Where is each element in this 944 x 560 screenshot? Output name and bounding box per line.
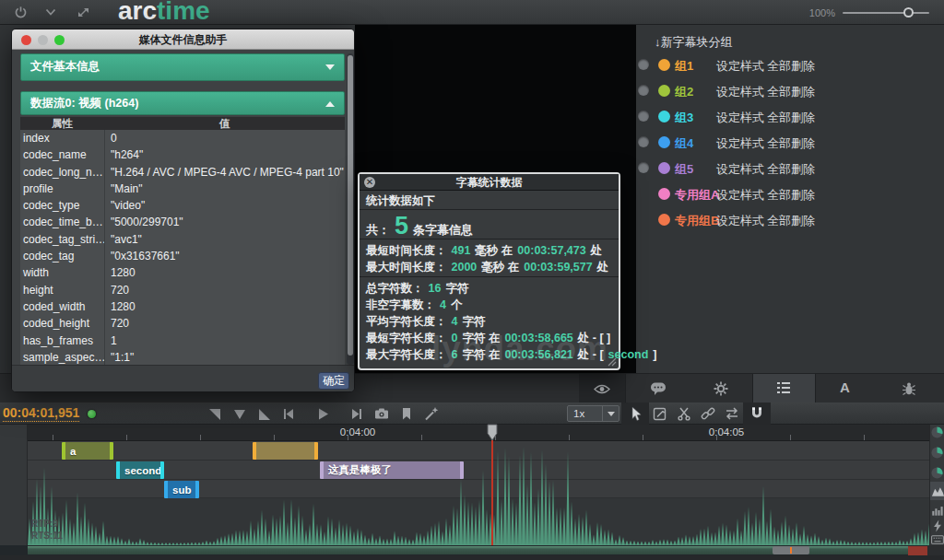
keyboard-shortcuts-button[interactable]	[931, 535, 944, 544]
track1-volume-knob[interactable]	[931, 426, 943, 438]
power-icon[interactable]	[14, 6, 28, 19]
set-style-button[interactable]: 设定样式	[716, 84, 764, 100]
set-style-button[interactable]: 设定样式	[716, 135, 764, 152]
stat-segment: 平均字符长度：	[366, 315, 447, 328]
link-icon	[701, 406, 715, 421]
property-cell: codec_long_n…	[20, 164, 104, 181]
delete-all-button[interactable]: 全部删除	[767, 161, 815, 178]
media-info-row[interactable]: codec_time_b…"5000/299701"	[20, 214, 345, 230]
media-info-row[interactable]: profile"Main"	[20, 181, 345, 197]
maximize-traffic-light[interactable]	[54, 35, 65, 45]
skip-to-end-button[interactable]	[349, 406, 364, 421]
chevron-down-icon[interactable]	[45, 8, 56, 17]
skip-to-start-button[interactable]	[281, 406, 296, 421]
stream-section-header[interactable]: 数据流0: 视频 (h264)	[20, 91, 345, 115]
dialog-scrollbar[interactable]	[347, 53, 354, 365]
group-radio-button[interactable]	[638, 136, 649, 147]
zoom-slider-handle[interactable]	[903, 7, 914, 18]
media-info-row[interactable]: codec_type"video"	[20, 197, 345, 214]
scrollbar-thumb[interactable]	[348, 55, 353, 356]
group-radio-button[interactable]	[638, 59, 649, 70]
preview-visibility-tab[interactable]	[579, 374, 625, 403]
spectrum-view-button[interactable]	[931, 504, 944, 517]
timeline-right-gutter	[929, 425, 944, 545]
magic-wand-button[interactable]	[424, 406, 439, 421]
current-timecode[interactable]: 00:04:01,951	[3, 405, 79, 422]
subtitle-block[interactable]: sub	[164, 481, 199, 498]
dialog-titlebar[interactable]: ✕ 字幕统计数据	[360, 174, 619, 191]
ok-button[interactable]: 确定	[318, 372, 349, 390]
expand-icon[interactable]	[77, 6, 90, 19]
media-info-row[interactable]: coded_height720	[20, 315, 345, 332]
subtitle-block[interactable]	[253, 442, 318, 460]
delete-all-button[interactable]: 全部删除	[767, 84, 815, 100]
group-color-dot	[658, 136, 670, 148]
triangle-down-icon	[232, 406, 247, 421]
media-info-row[interactable]: width1280	[20, 264, 345, 281]
mark-out-button[interactable]	[257, 406, 272, 421]
group-radio-button[interactable]	[638, 162, 649, 173]
quick-action-button[interactable]	[931, 519, 944, 532]
cut-tool-button[interactable]	[677, 406, 691, 421]
tab-font-style[interactable]: A	[840, 379, 850, 395]
media-info-row[interactable]: codec_tag"0x31637661"	[20, 248, 345, 264]
media-info-row[interactable]: height720	[20, 282, 345, 298]
tab-debug[interactable]	[902, 381, 916, 396]
group-radio-button[interactable]	[638, 85, 649, 96]
media-info-row[interactable]: has_b_frames1	[20, 332, 345, 349]
drop-subtitle-button[interactable]	[232, 406, 247, 421]
close-icon[interactable]: ✕	[364, 177, 375, 188]
media-info-row[interactable]: codec_name"h264"	[20, 146, 345, 163]
media-info-table[interactable]: index0codec_name"h264"codec_long_n…"H.26…	[20, 130, 345, 365]
mark-in-button[interactable]	[207, 406, 222, 421]
bookmark-button[interactable]	[399, 406, 414, 421]
timeline-scrollbar[interactable]	[0, 545, 944, 555]
swap-tool-button[interactable]	[725, 406, 739, 421]
delete-all-button[interactable]: 全部删除	[767, 58, 815, 75]
timeline-left-gutter	[0, 425, 28, 560]
set-style-button[interactable]: 设定样式	[716, 161, 764, 178]
track2-volume-knob[interactable]	[931, 447, 943, 459]
minimize-traffic-light[interactable]	[38, 35, 48, 45]
mountain-icon	[931, 484, 944, 497]
link-tool-button[interactable]	[701, 406, 715, 421]
property-cell: coded_width	[20, 298, 104, 315]
group-radio-button[interactable]	[638, 111, 649, 122]
delete-all-button[interactable]: 全部删除	[767, 110, 815, 126]
dialog-titlebar[interactable]: 媒体文件信息助手	[12, 29, 354, 50]
tab-settings[interactable]	[714, 381, 728, 396]
play-button[interactable]	[315, 406, 330, 421]
media-info-row[interactable]: codec_tag_stri…"avc1"	[20, 231, 345, 248]
playback-speed-dropdown[interactable]: 1x	[567, 405, 620, 422]
media-info-row[interactable]: coded_width1280	[20, 298, 345, 315]
magnet-snap-button[interactable]	[743, 402, 771, 425]
zoom-slider[interactable]	[843, 12, 929, 14]
set-style-button[interactable]: 设定样式	[716, 213, 764, 229]
playhead-marker[interactable]	[487, 424, 498, 441]
file-info-section-header[interactable]: 文件基本信息	[20, 53, 345, 81]
subtitle-block[interactable]: second	[116, 461, 164, 479]
media-info-row[interactable]: sample_aspec…"1:1"	[20, 349, 345, 365]
delete-all-button[interactable]: 全部删除	[767, 187, 815, 204]
tab-subtitle-list[interactable]	[776, 381, 791, 394]
waveform-view-button[interactable]	[930, 482, 944, 500]
delete-all-button[interactable]: 全部删除	[767, 135, 815, 152]
select-tool-button[interactable]	[621, 402, 649, 425]
set-style-button[interactable]: 设定样式	[716, 110, 764, 126]
media-info-row[interactable]: codec_long_n…"H.264 / AVC / MPEG-4 AVC /…	[20, 164, 345, 181]
tab-comments[interactable]	[650, 381, 667, 396]
media-info-row[interactable]: index0	[20, 130, 345, 146]
edit-tool-button[interactable]	[653, 406, 667, 421]
scrollbar-thumb[interactable]	[773, 546, 809, 554]
subtitle-block[interactable]: a	[62, 442, 113, 460]
set-style-button[interactable]: 设定样式	[716, 187, 764, 204]
snapshot-button[interactable]	[374, 406, 389, 421]
delete-all-button[interactable]: 全部删除	[767, 213, 815, 229]
subtitle-group-panel: ↓新字幕块分组 组1设定样式全部删除组2设定样式全部删除组3设定样式全部删除组4…	[636, 25, 944, 373]
dropdown-arrow-icon[interactable]	[602, 406, 619, 421]
track3-volume-knob[interactable]	[931, 467, 943, 479]
subtitle-block[interactable]: 这真是棒极了	[320, 461, 464, 479]
set-style-button[interactable]: 设定样式	[716, 58, 764, 75]
close-traffic-light[interactable]	[21, 35, 31, 45]
separator	[360, 276, 619, 277]
